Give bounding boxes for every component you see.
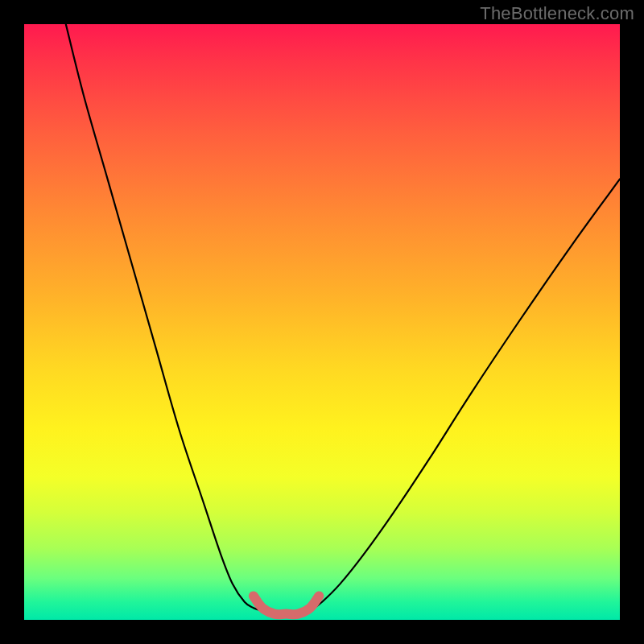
- plot-area: [24, 24, 620, 620]
- right-curve: [310, 179, 620, 611]
- watermark-text: TheBottleneck.com: [480, 3, 634, 24]
- left-curve: [66, 24, 262, 611]
- chart-frame: TheBottleneck.com: [0, 0, 644, 644]
- valley-highlight: [254, 596, 319, 614]
- curve-layer: [24, 24, 620, 620]
